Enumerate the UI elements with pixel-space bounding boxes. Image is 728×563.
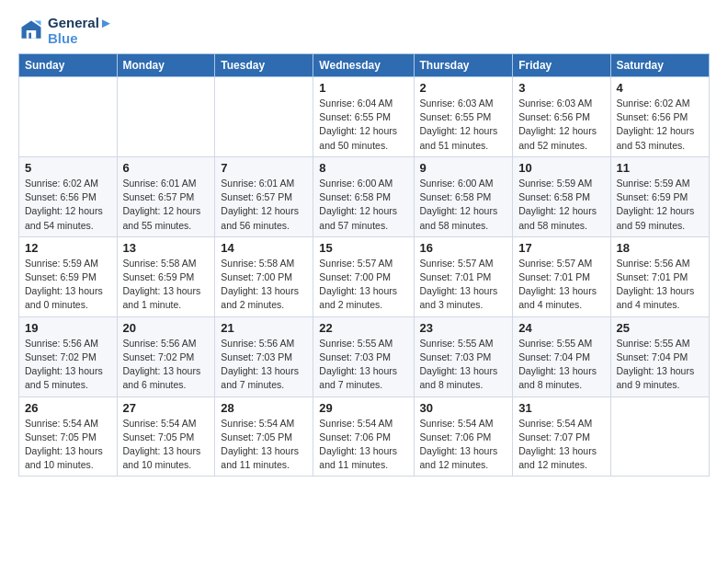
calendar-week-row: 1Sunrise: 6:04 AMSunset: 6:55 PMDaylight…: [19, 77, 710, 157]
day-info: Sunrise: 5:56 AMSunset: 7:03 PMDaylight:…: [221, 337, 307, 393]
calendar-cell: [215, 77, 313, 157]
day-info: Sunrise: 6:04 AMSunset: 6:55 PMDaylight:…: [319, 97, 407, 153]
day-info: Sunrise: 5:56 AMSunset: 7:01 PMDaylight:…: [617, 257, 703, 313]
calendar-header-day: Monday: [117, 54, 215, 77]
day-number: 9: [420, 161, 507, 175]
calendar-cell: 15Sunrise: 5:57 AMSunset: 7:00 PMDayligh…: [313, 236, 414, 316]
logo-icon: [18, 17, 44, 43]
day-number: 2: [420, 81, 507, 95]
day-number: 20: [123, 321, 210, 335]
day-number: 28: [221, 401, 307, 415]
logo: General► Blue: [18, 15, 113, 46]
day-info: Sunrise: 5:54 AMSunset: 7:05 PMDaylight:…: [123, 417, 210, 473]
day-info: Sunrise: 5:56 AMSunset: 7:02 PMDaylight:…: [25, 337, 111, 393]
day-number: 15: [319, 241, 407, 255]
day-number: 7: [221, 161, 307, 175]
day-number: 11: [617, 161, 703, 175]
calendar-cell: 9Sunrise: 6:00 AMSunset: 6:58 PMDaylight…: [414, 156, 513, 236]
calendar-cell: 19Sunrise: 5:56 AMSunset: 7:02 PMDayligh…: [19, 316, 118, 396]
calendar-cell: 31Sunrise: 5:54 AMSunset: 7:07 PMDayligh…: [513, 396, 610, 477]
day-number: 19: [25, 321, 111, 335]
calendar-cell: 16Sunrise: 5:57 AMSunset: 7:01 PMDayligh…: [414, 236, 513, 316]
calendar-cell: 18Sunrise: 5:56 AMSunset: 7:01 PMDayligh…: [610, 236, 709, 316]
header: General► Blue: [18, 15, 710, 46]
day-info: Sunrise: 5:58 AMSunset: 7:00 PMDaylight:…: [221, 257, 307, 313]
calendar-cell: 7Sunrise: 6:01 AMSunset: 6:57 PMDaylight…: [215, 156, 313, 236]
day-number: 18: [617, 241, 703, 255]
day-number: 13: [123, 241, 210, 255]
calendar-week-row: 19Sunrise: 5:56 AMSunset: 7:02 PMDayligh…: [19, 316, 710, 396]
day-info: Sunrise: 5:55 AMSunset: 7:03 PMDaylight:…: [319, 337, 407, 393]
day-number: 4: [617, 81, 703, 95]
day-info: Sunrise: 5:54 AMSunset: 7:07 PMDaylight:…: [518, 417, 604, 473]
day-number: 26: [25, 401, 111, 415]
calendar-week-row: 5Sunrise: 6:02 AMSunset: 6:56 PMDaylight…: [19, 156, 710, 236]
calendar-cell: 21Sunrise: 5:56 AMSunset: 7:03 PMDayligh…: [215, 316, 313, 396]
calendar: SundayMondayTuesdayWednesdayThursdayFrid…: [18, 53, 710, 477]
day-number: 30: [420, 401, 507, 415]
svg-rect-3: [28, 33, 31, 39]
calendar-cell: 20Sunrise: 5:56 AMSunset: 7:02 PMDayligh…: [117, 316, 215, 396]
calendar-header-row: SundayMondayTuesdayWednesdayThursdayFrid…: [19, 54, 710, 77]
calendar-header-day: Tuesday: [215, 54, 313, 77]
page: General► Blue SundayMondayTuesdayWednesd…: [0, 0, 728, 491]
calendar-cell: 3Sunrise: 6:03 AMSunset: 6:56 PMDaylight…: [513, 77, 610, 157]
day-info: Sunrise: 5:55 AMSunset: 7:04 PMDaylight:…: [518, 337, 604, 393]
day-number: 6: [123, 161, 210, 175]
day-number: 31: [518, 401, 604, 415]
day-number: 14: [221, 241, 307, 255]
calendar-cell: 12Sunrise: 5:59 AMSunset: 6:59 PMDayligh…: [19, 236, 118, 316]
day-number: 24: [518, 321, 604, 335]
day-number: 22: [319, 321, 407, 335]
day-info: Sunrise: 5:56 AMSunset: 7:02 PMDaylight:…: [123, 337, 210, 393]
calendar-cell: 2Sunrise: 6:03 AMSunset: 6:55 PMDaylight…: [414, 77, 513, 157]
day-info: Sunrise: 5:59 AMSunset: 6:59 PMDaylight:…: [25, 257, 111, 313]
day-info: Sunrise: 5:57 AMSunset: 7:01 PMDaylight:…: [420, 257, 507, 313]
calendar-cell: 26Sunrise: 5:54 AMSunset: 7:05 PMDayligh…: [19, 396, 118, 477]
calendar-cell: 27Sunrise: 5:54 AMSunset: 7:05 PMDayligh…: [117, 396, 215, 477]
calendar-cell: 23Sunrise: 5:55 AMSunset: 7:03 PMDayligh…: [414, 316, 513, 396]
calendar-week-row: 26Sunrise: 5:54 AMSunset: 7:05 PMDayligh…: [19, 396, 710, 477]
calendar-cell: 8Sunrise: 6:00 AMSunset: 6:58 PMDaylight…: [313, 156, 414, 236]
calendar-cell: [19, 77, 118, 157]
calendar-cell: 13Sunrise: 5:58 AMSunset: 6:59 PMDayligh…: [117, 236, 215, 316]
calendar-cell: [117, 77, 215, 157]
day-number: 5: [25, 161, 111, 175]
day-number: 17: [518, 241, 604, 255]
calendar-header-day: Friday: [513, 54, 610, 77]
calendar-cell: 4Sunrise: 6:02 AMSunset: 6:56 PMDaylight…: [610, 77, 709, 157]
day-info: Sunrise: 6:02 AMSunset: 6:56 PMDaylight:…: [25, 177, 111, 233]
day-info: Sunrise: 5:58 AMSunset: 6:59 PMDaylight:…: [123, 257, 210, 313]
day-number: 23: [420, 321, 507, 335]
day-info: Sunrise: 5:57 AMSunset: 7:01 PMDaylight:…: [518, 257, 604, 313]
day-info: Sunrise: 5:54 AMSunset: 7:05 PMDaylight:…: [25, 417, 111, 473]
day-number: 25: [617, 321, 703, 335]
day-info: Sunrise: 6:01 AMSunset: 6:57 PMDaylight:…: [221, 177, 307, 233]
day-info: Sunrise: 6:02 AMSunset: 6:56 PMDaylight:…: [617, 97, 703, 153]
day-number: 1: [319, 81, 407, 95]
day-info: Sunrise: 5:55 AMSunset: 7:04 PMDaylight:…: [617, 337, 703, 393]
calendar-header-day: Sunday: [19, 54, 118, 77]
calendar-cell: 17Sunrise: 5:57 AMSunset: 7:01 PMDayligh…: [513, 236, 610, 316]
day-number: 12: [25, 241, 111, 255]
day-info: Sunrise: 6:00 AMSunset: 6:58 PMDaylight:…: [420, 177, 507, 233]
calendar-cell: 24Sunrise: 5:55 AMSunset: 7:04 PMDayligh…: [513, 316, 610, 396]
calendar-week-row: 12Sunrise: 5:59 AMSunset: 6:59 PMDayligh…: [19, 236, 710, 316]
day-info: Sunrise: 5:59 AMSunset: 6:58 PMDaylight:…: [518, 177, 604, 233]
day-info: Sunrise: 6:03 AMSunset: 6:56 PMDaylight:…: [518, 97, 604, 153]
calendar-header-day: Saturday: [610, 54, 709, 77]
calendar-cell: 25Sunrise: 5:55 AMSunset: 7:04 PMDayligh…: [610, 316, 709, 396]
calendar-header-day: Thursday: [414, 54, 513, 77]
day-number: 21: [221, 321, 307, 335]
day-info: Sunrise: 5:55 AMSunset: 7:03 PMDaylight:…: [420, 337, 507, 393]
calendar-cell: 1Sunrise: 6:04 AMSunset: 6:55 PMDaylight…: [313, 77, 414, 157]
calendar-cell: [610, 396, 709, 477]
calendar-cell: 14Sunrise: 5:58 AMSunset: 7:00 PMDayligh…: [215, 236, 313, 316]
day-info: Sunrise: 5:57 AMSunset: 7:00 PMDaylight:…: [319, 257, 407, 313]
day-info: Sunrise: 6:00 AMSunset: 6:58 PMDaylight:…: [319, 177, 407, 233]
calendar-cell: 10Sunrise: 5:59 AMSunset: 6:58 PMDayligh…: [513, 156, 610, 236]
day-info: Sunrise: 6:01 AMSunset: 6:57 PMDaylight:…: [123, 177, 210, 233]
calendar-cell: 11Sunrise: 5:59 AMSunset: 6:59 PMDayligh…: [610, 156, 709, 236]
calendar-cell: 5Sunrise: 6:02 AMSunset: 6:56 PMDaylight…: [19, 156, 118, 236]
calendar-header-day: Wednesday: [313, 54, 414, 77]
